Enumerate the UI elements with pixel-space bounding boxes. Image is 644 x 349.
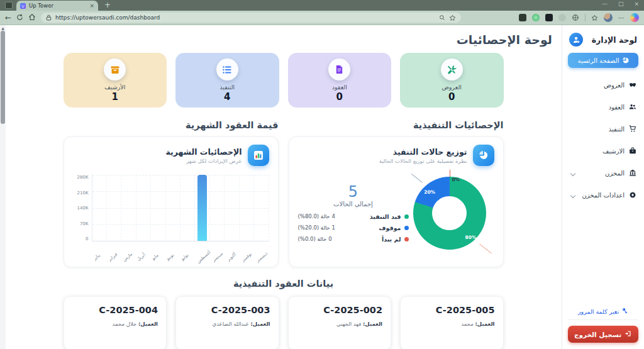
workspaces-icon[interactable] [5, 2, 13, 9]
section-title-monthly-value: قيمة العقود الشهرية [64, 120, 279, 130]
card-subtitle: عرض الإيرادات لكل شهر [165, 158, 242, 164]
scrollbar-up-icon[interactable]: ▲ [0, 26, 6, 30]
bar-column [225, 175, 239, 241]
sidebar-item-home[interactable]: الصفحة الرئسية [568, 53, 638, 68]
change-password-label: تغير كلمة المرور [578, 308, 619, 315]
sidebar-title: لوحة الإدارة [592, 35, 637, 45]
stat-card-contracts: العقود 0 [288, 53, 392, 108]
browser-essentials-icon[interactable] [572, 12, 579, 24]
menu-ellipsis-icon[interactable]: ⋯ [618, 14, 625, 21]
stat-value: 1 [112, 92, 118, 102]
gear-icon [629, 191, 636, 200]
vertical-scrollbar[interactable]: ▲ [0, 25, 6, 349]
extension-icon[interactable] [558, 14, 566, 21]
extension-icon[interactable] [532, 14, 540, 21]
back-icon[interactable]: ← [5, 14, 11, 21]
copilot-icon[interactable] [630, 13, 639, 22]
refresh-icon[interactable] [16, 14, 23, 22]
change-password-link[interactable]: تغير كلمة المرور [568, 303, 638, 320]
client-label: العميل: [138, 321, 158, 327]
sidebar-item-label: العروض [604, 82, 625, 89]
x-tick-label: يونيو [165, 243, 179, 260]
sidebar-item-execution[interactable]: التنفيذ [568, 118, 638, 140]
archive-box-icon [104, 58, 126, 80]
bar-plot [92, 175, 269, 241]
browser-tab[interactable]: U Up Tower × [16, 1, 98, 11]
sidebar-item-archive[interactable]: الارشيف [568, 140, 638, 162]
contract-number: C-2025-002 [297, 305, 383, 315]
close-button[interactable]: × [634, 1, 639, 7]
client-name: فهد الجهني [336, 321, 361, 327]
scrollbar-thumb[interactable] [1, 31, 5, 124]
minimize-button[interactable]: — [602, 1, 608, 7]
sidebar-item-label: الصفحة الرئسية [578, 57, 619, 64]
contract-card[interactable]: C-2025-003 العميل: عبدالله الصاعدي [175, 296, 279, 349]
stats-row: العروض 0 العقود 0 التنفيذ 4 [64, 53, 504, 108]
y-tick-label: 280K [77, 175, 89, 180]
bar-column [180, 175, 195, 241]
bar-xlabels: ينايرفبرايرمارسأبريلمايويونيويوليوأغسطسس… [92, 243, 269, 260]
bar-column [136, 175, 151, 241]
contract-card[interactable]: C-2025-005 العميل: محمد [400, 296, 504, 349]
bar-column [121, 175, 136, 241]
legend-dot [404, 237, 409, 241]
sidebar-item-label: التنفيذ [609, 126, 625, 133]
bar-column [210, 175, 225, 241]
sidebar-item-warehouse[interactable]: المخزن [568, 162, 638, 184]
users-icon [629, 103, 636, 112]
admin-user-icon [569, 33, 583, 47]
sidebar-item-label: العقود [609, 104, 625, 111]
stat-label: التنفيذ [219, 84, 235, 91]
sidebar-item-offers[interactable]: العروض [568, 74, 638, 96]
sidebar-item-warehouse-settings[interactable]: اعدادات المخزن [568, 184, 638, 206]
total-cases-label: إجمالي الحالات [333, 201, 373, 208]
stat-label: العقود [332, 84, 347, 91]
stat-card-execution: التنفيذ 4 [175, 53, 279, 108]
maximize-button[interactable]: □ [618, 1, 624, 7]
x-tick-label: يناير [92, 243, 106, 260]
address-bar[interactable]: https://uptowersaudi.com/dashboard [41, 13, 461, 23]
bar [197, 175, 207, 241]
contract-card[interactable]: C-2025-004 العميل: جلال محمد [64, 296, 167, 349]
contracts-section-title: بيانات العقود التنفيذية [64, 279, 504, 289]
x-tick-label: نوفمبر [240, 243, 254, 260]
logout-icon [625, 330, 632, 338]
browser-toolbar: ← https://uptowersaudi.com/dashboard ⋯ [0, 11, 644, 25]
monthly-stats-card: الإحصائيات الشهرية عرض الإيرادات لكل شهر… [64, 136, 279, 267]
new-tab-button[interactable]: + [104, 1, 111, 9]
sidebar-item-contracts[interactable]: العقود [568, 96, 638, 118]
stat-value: 0 [336, 92, 343, 102]
card-title: الإحصائيات الشهرية [165, 147, 242, 157]
extension-icon[interactable] [519, 14, 526, 21]
bar-column [240, 175, 254, 241]
page-viewport: ▲ لوحة الإدارة الصفحة الرئسية العروض [0, 25, 644, 349]
chevron-down-icon [570, 170, 575, 175]
legend-label: لم يبدأ [382, 236, 401, 243]
client-name: جلال محمد [113, 321, 137, 327]
segment-percent-label: 0% [452, 177, 460, 182]
home-icon[interactable] [28, 13, 36, 22]
bar-yaxis: 280K210K140K70K0 [73, 175, 92, 241]
tab-close-icon[interactable]: × [89, 3, 94, 9]
contract-document-icon [328, 58, 350, 80]
profile-avatar[interactable] [604, 13, 613, 22]
monthly-bar-chart: 280K210K140K70K0 ينايرفبرايرمارسأبريلماي… [73, 175, 269, 262]
legend-dot [404, 214, 409, 219]
x-tick-label: يوليو [179, 243, 194, 260]
card-subtitle: نظرة تفصيلية على توزيع الحالات الحالية [379, 158, 467, 164]
legend-row: قيد التنفيذ4 حالة (80.0%) [298, 213, 409, 220]
bar-column [107, 175, 121, 241]
x-tick-label: أكتوبر [225, 243, 240, 260]
search-icon[interactable] [439, 14, 445, 21]
client-name: محمد [461, 321, 473, 327]
briefcase-icon [629, 147, 636, 156]
sidebar-menu: العروض العقود التنفيذ الارشيف [568, 74, 638, 206]
extension-icon[interactable] [545, 14, 553, 21]
y-tick-label: 210K [77, 191, 89, 196]
contract-card[interactable]: C-2025-002 العميل: فهد الجهني [288, 296, 392, 349]
stat-label: العروض [442, 84, 462, 91]
favorites-icon[interactable] [591, 12, 598, 24]
favorite-star-icon[interactable] [449, 14, 456, 21]
sidebar-item-label: المخزن [605, 170, 625, 177]
logout-button[interactable]: تسجيل الخروج [568, 326, 638, 343]
